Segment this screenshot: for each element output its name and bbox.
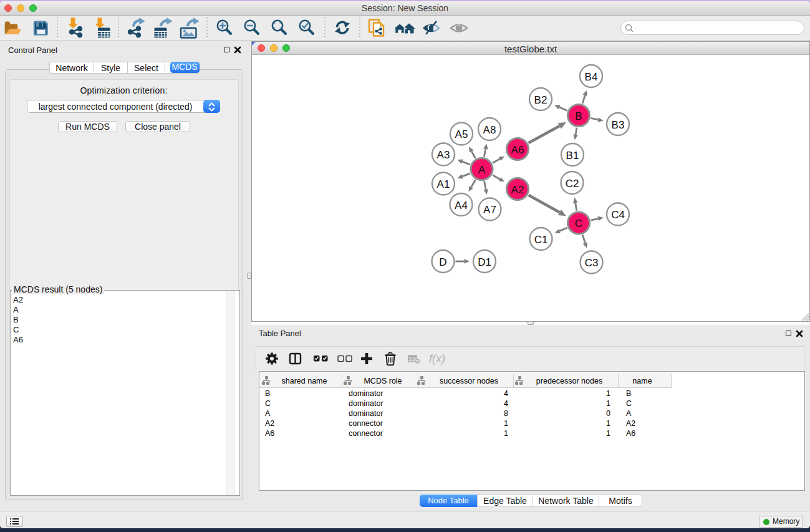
svg-text:dominator: dominator (349, 399, 383, 408)
svg-text:predecessor nodes: predecessor nodes (536, 376, 602, 385)
svg-text:dominator: dominator (349, 389, 383, 398)
svg-text:A: A (626, 409, 632, 418)
svg-text:shared name: shared name (282, 376, 327, 385)
svg-text:f(x): f(x) (429, 352, 445, 365)
svg-text:connector: connector (349, 419, 383, 428)
svg-text:name: name (632, 376, 652, 385)
svg-text:A: A (478, 163, 486, 175)
svg-text:C: C (265, 399, 271, 408)
svg-text:C3: C3 (585, 257, 599, 269)
svg-text:A6: A6 (626, 429, 635, 438)
svg-text:A6: A6 (265, 429, 274, 438)
svg-text:B: B (575, 110, 582, 122)
svg-text:A8: A8 (483, 123, 496, 135)
svg-text:1: 1 (504, 419, 508, 428)
svg-text:D1: D1 (478, 256, 491, 268)
svg-text:B4: B4 (585, 70, 598, 82)
svg-text:MCDS role: MCDS role (364, 376, 402, 385)
svg-text:B: B (626, 389, 631, 398)
svg-text:4: 4 (504, 399, 508, 408)
svg-text:0: 0 (606, 409, 610, 418)
svg-text:B: B (265, 389, 270, 398)
svg-text:B2: B2 (534, 94, 547, 105)
svg-text:1: 1 (606, 389, 610, 398)
svg-text:B3: B3 (612, 118, 625, 130)
svg-text:C1: C1 (534, 233, 548, 245)
svg-text:A6: A6 (511, 143, 524, 155)
svg-text:A3: A3 (437, 149, 450, 161)
svg-text:1: 1 (606, 429, 610, 438)
svg-text:C2: C2 (566, 177, 579, 189)
svg-text:1: 1 (606, 399, 610, 408)
svg-text:4: 4 (504, 389, 508, 398)
svg-text:A7: A7 (483, 204, 496, 216)
svg-text:A2: A2 (626, 419, 635, 428)
svg-text:C: C (626, 399, 632, 408)
svg-text:A5: A5 (455, 128, 468, 140)
svg-text:successor nodes: successor nodes (440, 376, 498, 385)
svg-text:D: D (439, 256, 446, 268)
svg-text:A2: A2 (265, 419, 274, 428)
svg-text:8: 8 (504, 409, 508, 418)
svg-text:C: C (575, 218, 582, 230)
svg-text:A1: A1 (437, 178, 450, 190)
svg-text:A4: A4 (455, 199, 468, 211)
svg-text:1: 1 (504, 429, 508, 438)
svg-text:C4: C4 (611, 209, 625, 221)
svg-text:dominator: dominator (349, 409, 383, 418)
svg-text:connector: connector (349, 429, 383, 438)
svg-text:B1: B1 (566, 149, 579, 161)
svg-text:A: A (265, 409, 271, 418)
svg-text:A2: A2 (511, 183, 524, 195)
svg-text:1: 1 (606, 419, 610, 428)
